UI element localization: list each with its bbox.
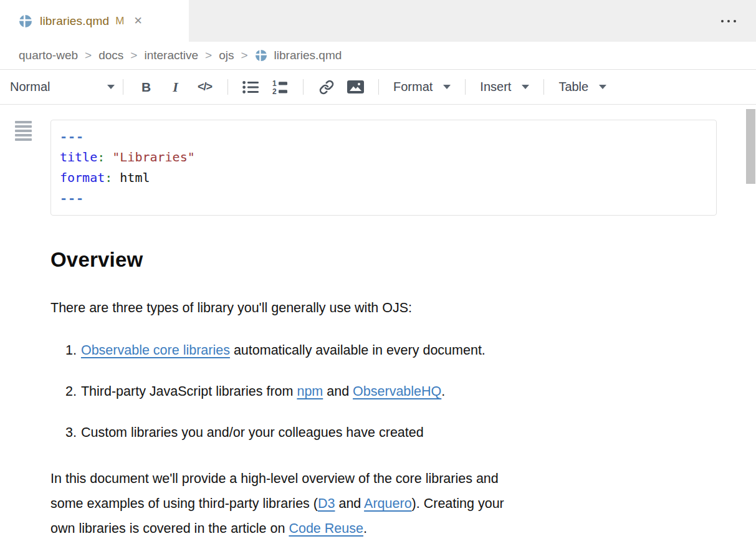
bold-button[interactable]: B	[132, 75, 161, 100]
list-number: 3.	[65, 425, 77, 440]
list-number: 2.	[65, 384, 77, 399]
paragraph-line: some examples of using third-party libra…	[50, 491, 756, 516]
format-menu[interactable]: Format	[387, 80, 457, 94]
block-drag-handle-icon[interactable]	[15, 121, 32, 141]
breadcrumb-separator: >	[130, 49, 137, 62]
breadcrumb-item-interactive[interactable]: interactive	[144, 49, 198, 62]
tab-libraries-qmd[interactable]: libraries.qmd M ✕	[0, 0, 189, 42]
breadcrumb-separator: >	[85, 49, 92, 62]
list-item-text: Custom libraries you and/or your colleag…	[81, 425, 424, 440]
bullet-list-button[interactable]	[236, 75, 266, 100]
intro-paragraph: There are three types of library you'll …	[50, 300, 756, 315]
list-item: 1. Observable core libraries automatical…	[0, 343, 756, 358]
paragraph-style-value: Normal	[10, 80, 50, 94]
formatting-toolbar: Normal B I </> 1 2	[0, 69, 756, 105]
list-item-text: Third-party JavaScript libraries from np…	[81, 384, 445, 399]
chevron-down-icon	[522, 85, 529, 89]
ordered-list-button[interactable]: 1 2	[266, 75, 295, 100]
image-icon	[347, 80, 364, 93]
ordered-list-icon: 1 2	[272, 80, 289, 95]
link-npm[interactable]: npm	[297, 384, 323, 399]
editor-window: libraries.qmd M ✕ quarto-web > docs > in…	[0, 0, 756, 554]
yaml-fence: ---	[60, 127, 707, 147]
breadcrumb-item-quarto-web[interactable]: quarto-web	[19, 49, 78, 62]
italic-button[interactable]: I	[161, 75, 190, 100]
link-button[interactable]	[312, 75, 341, 100]
quarto-file-icon	[255, 49, 267, 62]
svg-text:2: 2	[272, 87, 277, 95]
chevron-down-icon	[443, 85, 451, 89]
breadcrumb: quarto-web > docs > interactive > ojs > …	[0, 42, 756, 69]
link-arquero[interactable]: Arquero	[364, 496, 412, 511]
insert-menu-label: Insert	[480, 80, 511, 94]
paragraph-line: own libraries is covered in the article …	[50, 516, 756, 541]
link-code-reuse[interactable]: Code Reuse	[289, 521, 363, 536]
breadcrumb-separator: >	[205, 49, 212, 62]
yaml-title-line: title:"Libraries"	[60, 147, 707, 168]
link-observablehq[interactable]: ObservableHQ	[353, 384, 441, 399]
chevron-down-icon	[107, 85, 115, 89]
format-menu-label: Format	[393, 80, 433, 94]
bullet-list-icon	[242, 80, 259, 95]
breadcrumb-item-ojs[interactable]: ojs	[219, 49, 234, 62]
yaml-format-line: format:html	[60, 168, 707, 188]
library-types-list: 1. Observable core libraries automatical…	[0, 343, 756, 440]
more-actions-icon[interactable]	[720, 16, 737, 26]
list-number: 1.	[65, 343, 77, 358]
list-item: 3. Custom libraries you and/or your coll…	[0, 425, 756, 440]
toolbar-divider	[543, 79, 544, 95]
link-icon	[319, 80, 334, 95]
link-observable-core-libraries[interactable]: Observable core libraries	[81, 343, 230, 358]
quarto-file-icon	[19, 14, 32, 28]
closing-paragraph: In this document we'll provide a high-le…	[50, 466, 756, 541]
close-tab-icon[interactable]: ✕	[134, 16, 143, 26]
tab-actions	[720, 0, 756, 42]
code-button[interactable]: </>	[190, 75, 219, 100]
yaml-fence: ---	[60, 188, 707, 209]
list-item-text: Observable core libraries automatically …	[81, 343, 486, 358]
toolbar-divider	[465, 79, 466, 95]
insert-menu[interactable]: Insert	[474, 80, 535, 94]
tab-bar: libraries.qmd M ✕	[0, 0, 756, 42]
image-button[interactable]	[341, 75, 370, 100]
tab-title: libraries.qmd	[40, 14, 109, 28]
breadcrumb-separator: >	[241, 49, 247, 62]
toolbar-divider	[378, 79, 379, 95]
modified-badge: M	[115, 15, 124, 27]
breadcrumb-item-docs[interactable]: docs	[98, 49, 123, 62]
paragraph-line: In this document we'll provide a high-le…	[50, 466, 756, 491]
table-menu-label: Table	[558, 80, 588, 94]
document-editor: --- title:"Libraries" format:html --- Ov…	[0, 105, 756, 554]
toolbar-divider	[303, 79, 304, 95]
list-item: 2. Third-party JavaScript libraries from…	[0, 384, 756, 399]
link-d3[interactable]: D3	[318, 496, 335, 511]
toolbar-divider	[227, 79, 228, 95]
table-menu[interactable]: Table	[552, 80, 613, 94]
scrollbar-thumb[interactable]	[746, 109, 755, 184]
breadcrumb-item-file[interactable]: libraries.qmd	[274, 49, 342, 62]
paragraph-style-select[interactable]: Normal	[10, 80, 115, 94]
chevron-down-icon	[599, 85, 606, 89]
heading-overview: Overview	[50, 248, 756, 272]
yaml-front-matter-block[interactable]: --- title:"Libraries" format:html ---	[50, 120, 717, 216]
toolbar-divider	[123, 79, 123, 95]
